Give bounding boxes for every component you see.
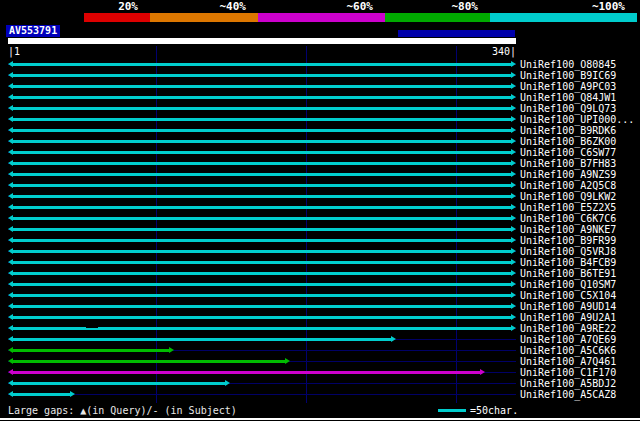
hit-label[interactable]: UniRef100_B6TE91 bbox=[520, 268, 616, 279]
hit-bar[interactable] bbox=[11, 360, 287, 363]
hit-bar[interactable] bbox=[11, 272, 513, 275]
hit-arrowhead-left bbox=[8, 226, 13, 232]
hit-arrowhead-left bbox=[8, 182, 13, 188]
hit-arrowhead-right bbox=[511, 237, 516, 243]
hit-label[interactable]: UniRef100_A7Q461 bbox=[520, 356, 616, 367]
hit-label[interactable]: UniRef100_A7QE69 bbox=[520, 334, 616, 345]
hit-arrowhead-left bbox=[8, 336, 13, 342]
hit-bar[interactable] bbox=[11, 184, 513, 187]
hit-bar[interactable] bbox=[11, 162, 513, 165]
hit-arrowhead-right bbox=[511, 116, 516, 122]
hit-label[interactable]: UniRef100_A2Q5C8 bbox=[520, 180, 616, 191]
hit-arrowhead-left bbox=[8, 149, 13, 155]
scale-segment bbox=[385, 13, 490, 22]
hit-bar[interactable] bbox=[11, 107, 513, 110]
blast-overview-screen: AV553791 |1 340| Large gaps: ▲(in Query)… bbox=[0, 0, 640, 421]
hit-bar[interactable] bbox=[11, 283, 513, 286]
hit-label[interactable]: UniRef100_Q84JW1 bbox=[520, 92, 616, 103]
hit-arrowhead-right bbox=[511, 171, 516, 177]
hit-arrowhead-right bbox=[511, 314, 516, 320]
hit-arrowhead-right bbox=[511, 61, 516, 67]
hit-label[interactable]: UniRef100_B7FH83 bbox=[520, 158, 616, 169]
hit-arrowhead-right bbox=[511, 248, 516, 254]
hit-label[interactable]: UniRef100_C5X104 bbox=[520, 290, 616, 301]
hit-bar[interactable] bbox=[11, 140, 513, 143]
hit-label[interactable]: UniRef100_B9IC69 bbox=[520, 70, 616, 81]
hit-label[interactable]: UniRef100_E5Z2X5 bbox=[520, 202, 616, 213]
hit-arrowhead-right bbox=[70, 391, 75, 397]
hit-label[interactable]: UniRef100_A5C6K6 bbox=[520, 345, 616, 356]
hit-label[interactable]: UniRef100_Q9LQ73 bbox=[520, 103, 616, 114]
hit-arrowhead-right bbox=[391, 336, 396, 342]
hit-bar[interactable] bbox=[11, 228, 513, 231]
hit-bar[interactable] bbox=[11, 382, 227, 385]
hit-arrowhead-right bbox=[511, 72, 516, 78]
hit-bar[interactable] bbox=[11, 371, 482, 374]
hit-arrowhead-left bbox=[8, 248, 13, 254]
hit-arrowhead-right bbox=[225, 380, 230, 386]
hit-label[interactable]: UniRef100_UPI000... bbox=[520, 114, 634, 125]
hit-label[interactable]: UniRef100_C6SW77 bbox=[520, 147, 616, 158]
hit-arrowhead-left bbox=[8, 270, 13, 276]
hit-bar[interactable] bbox=[11, 74, 513, 77]
hit-bar[interactable] bbox=[11, 151, 513, 154]
hit-label[interactable]: UniRef100_B9FR99 bbox=[520, 235, 616, 246]
hit-arrowhead-right bbox=[511, 303, 516, 309]
hit-bar[interactable] bbox=[11, 250, 513, 253]
hit-bar[interactable] bbox=[11, 206, 513, 209]
hit-label[interactable]: UniRef100_A9PC03 bbox=[520, 81, 616, 92]
hit-label[interactable]: UniRef100_Q5VRJ8 bbox=[520, 246, 616, 257]
hit-bar[interactable] bbox=[11, 294, 513, 297]
hit-label[interactable]: UniRef100_A5CAZ8 bbox=[520, 389, 616, 400]
hit-label[interactable]: UniRef100_A5BDJ2 bbox=[520, 378, 616, 389]
hit-label[interactable]: UniRef100_A9U2A1 bbox=[520, 312, 616, 323]
hit-label[interactable]: UniRef100_A9NZS9 bbox=[520, 169, 616, 180]
hit-arrowhead-right bbox=[511, 259, 516, 265]
hit-arrowhead-left bbox=[8, 127, 13, 133]
hit-label[interactable]: UniRef100_O80845 bbox=[520, 59, 616, 70]
hit-label[interactable]: UniRef100_B9RDK6 bbox=[520, 125, 616, 136]
hit-bar[interactable] bbox=[11, 129, 513, 132]
legend-cyan-line bbox=[438, 409, 466, 412]
hit-bar[interactable] bbox=[11, 217, 513, 220]
hit-arrowhead-left bbox=[8, 116, 13, 122]
hit-bar[interactable] bbox=[11, 118, 513, 121]
hit-arrowhead-left bbox=[8, 138, 13, 144]
hit-label[interactable]: UniRef100_C1F170 bbox=[520, 367, 616, 378]
hit-bar[interactable] bbox=[11, 349, 171, 352]
hit-arrowhead-left bbox=[8, 193, 13, 199]
hit-label[interactable]: UniRef100_B4FCB9 bbox=[520, 257, 616, 268]
hit-arrowhead-left bbox=[8, 380, 13, 386]
hit-bar[interactable] bbox=[11, 173, 513, 176]
hit-arrowhead-left bbox=[8, 204, 13, 210]
hit-arrowhead-left bbox=[8, 61, 13, 67]
hit-label[interactable]: UniRef100_Q10SM7 bbox=[520, 279, 616, 290]
hit-bar[interactable] bbox=[11, 305, 513, 308]
hit-bar[interactable] bbox=[11, 261, 513, 264]
hit-arrowhead-left bbox=[8, 325, 13, 331]
hit-arrowhead-right bbox=[511, 105, 516, 111]
scale-segment bbox=[150, 13, 258, 22]
hit-label[interactable]: UniRef100_A9RE22 bbox=[520, 323, 616, 334]
hit-bar[interactable] bbox=[11, 85, 513, 88]
hit-label[interactable]: UniRef100_Q9LKW2 bbox=[520, 191, 616, 202]
hit-label[interactable]: UniRef100_A9NKE7 bbox=[520, 224, 616, 235]
hit-label[interactable]: UniRef100_C6K7C6 bbox=[520, 213, 616, 224]
hit-bar[interactable] bbox=[11, 195, 513, 198]
hit-bar[interactable] bbox=[11, 63, 513, 66]
hit-arrowhead-left bbox=[8, 391, 13, 397]
hit-arrowhead-left bbox=[8, 347, 13, 353]
hit-bar[interactable] bbox=[11, 96, 513, 99]
hit-arrowhead-left bbox=[8, 358, 13, 364]
hit-arrowhead-right bbox=[511, 127, 516, 133]
hit-bar[interactable] bbox=[11, 393, 72, 396]
hit-bar[interactable] bbox=[11, 338, 393, 341]
hit-label[interactable]: UniRef100_A9UD14 bbox=[520, 301, 616, 312]
hit-arrowhead-right bbox=[511, 83, 516, 89]
hit-arrowhead-right bbox=[511, 182, 516, 188]
hit-arrowhead-left bbox=[8, 94, 13, 100]
hit-bar[interactable] bbox=[11, 316, 513, 319]
hit-arrowhead-right bbox=[511, 325, 516, 331]
hit-label[interactable]: UniRef100_B6ZK00 bbox=[520, 136, 616, 147]
hit-bar[interactable] bbox=[11, 239, 513, 242]
